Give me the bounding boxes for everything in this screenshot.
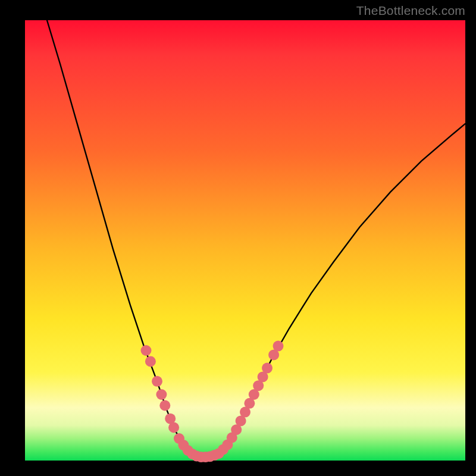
data-marker — [262, 363, 273, 374]
data-marker — [156, 389, 167, 400]
chart-svg — [25, 20, 465, 461]
data-marker — [168, 422, 179, 433]
data-markers — [141, 341, 284, 463]
data-marker — [152, 376, 162, 387]
chart-frame: TheBottleneck.com — [0, 0, 476, 476]
data-marker — [273, 341, 284, 352]
plot-area — [25, 20, 465, 461]
data-marker — [145, 356, 156, 367]
data-marker — [159, 400, 170, 411]
data-marker — [141, 345, 152, 356]
watermark-text: TheBottleneck.com — [356, 4, 465, 18]
